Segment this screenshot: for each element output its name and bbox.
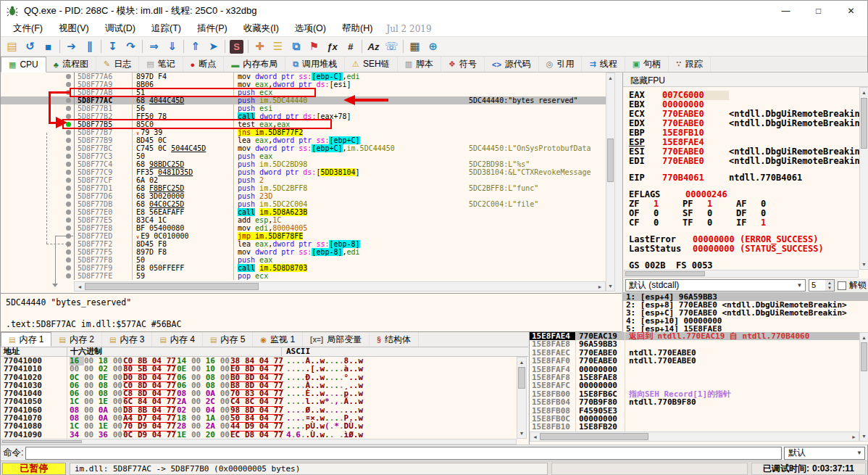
memory-vscrollbar[interactable]: ▲ ▼: [517, 357, 527, 439]
scroll-down-icon[interactable]: ▼: [606, 282, 614, 290]
menu-item-选项O[interactable]: 选项(O): [287, 21, 334, 36]
scroll-left-icon[interactable]: ◄: [75, 282, 84, 291]
breakpoint-dot-icon[interactable]: [66, 82, 71, 87]
register-row-eip[interactable]: EIP770B4061ntdll.770B4061: [623, 173, 868, 183]
run-icon[interactable]: ➔: [62, 38, 80, 55]
open-file-icon[interactable]: ▤: [3, 38, 21, 55]
tab-内存 4[interactable]: ▤内存 4: [152, 332, 202, 347]
disasm-row[interactable]: 5D8F77DB68 04C0C25Dpush im.5DC2C0045DC2C…: [1, 200, 606, 208]
disasm-row[interactable]: 5D8F77E0E8 56EAFAFFcall im.5D8A623B: [1, 208, 606, 216]
tab-内存 3[interactable]: ▤内存 3: [102, 332, 152, 347]
breakpoint-enabled-icon[interactable]: [66, 122, 71, 127]
disasm-row[interactable]: 5D8F77C350push eax: [1, 152, 606, 160]
disasm-row[interactable]: 5D8F77E583C4 1Cadd esp,1C: [1, 216, 606, 224]
minimize-button[interactable]: —: [769, 1, 802, 21]
breakpoint-dot-icon[interactable]: [66, 154, 71, 159]
disasm-row[interactable]: 5D8F77C468 98BDC25Dpush im.5DC2BD985DC2B…: [1, 160, 606, 168]
scroll-thumb[interactable]: [861, 342, 867, 371]
bookmarks-icon[interactable]: ⚑: [305, 38, 323, 55]
breakpoint-dot-icon[interactable]: [66, 98, 71, 103]
breakpoint-dot-icon[interactable]: [66, 106, 71, 111]
scroll-thumb[interactable]: [2, 440, 82, 443]
menu-item-帮助H[interactable]: 帮助(H): [334, 21, 380, 36]
register-row[interactable]: EBP15E8FB10: [623, 128, 868, 138]
menu-item-视图V[interactable]: 视图(V): [51, 21, 97, 36]
register-row[interactable]: EDI770EABE0<ntdll.DbgUiRemoteBreakin>: [623, 157, 868, 166]
unlock-checkbox[interactable]: [838, 281, 846, 290]
menu-item-收藏夹I[interactable]: 收藏夹(I): [235, 21, 287, 36]
globe-icon[interactable]: ⊕: [424, 38, 442, 55]
disasm-row[interactable]: 5D8F77B2FF50 78call dword ptr ds:[eax+78…: [1, 112, 606, 120]
disasm-hscrollbar[interactable]: ◄ ►: [74, 281, 606, 292]
scroll-up-icon[interactable]: ▲: [517, 358, 526, 366]
highlight-mode-icon[interactable]: Az: [364, 38, 383, 55]
tab-线程[interactable]: ⇉线程: [582, 57, 625, 72]
calculator-icon[interactable]: ▦: [406, 38, 424, 55]
menu-item-插件P[interactable]: 插件(P): [189, 21, 235, 36]
register-row[interactable]: EAX007C6000: [623, 91, 868, 100]
tab-SEH链[interactable]: ⚠SEH链: [345, 57, 398, 72]
tab-句柄[interactable]: ▣句柄: [625, 57, 669, 72]
scroll-down-icon[interactable]: ▼: [860, 260, 868, 268]
disasm-row[interactable]: 5D8F77F5897D F8mov dword ptr ss:[ebp-8],…: [1, 248, 606, 256]
breakpoint-dot-icon[interactable]: [66, 241, 71, 247]
tab-跟踪[interactable]: ∵跟踪: [669, 57, 711, 72]
tab-源代码[interactable]: <>源代码: [485, 57, 539, 72]
scroll-right-icon[interactable]: ►: [596, 282, 604, 291]
scroll-up-icon[interactable]: ▲: [860, 88, 868, 96]
stack-row[interactable]: 15E8FB04770B9F80ntdll.770B9F80: [530, 398, 859, 406]
scroll-down-icon[interactable]: ▼: [860, 432, 868, 440]
command-mode-select[interactable]: 默认 ▼: [784, 447, 865, 460]
breakpoint-dot-icon[interactable]: [66, 186, 71, 191]
breakpoint-dot-icon[interactable]: [66, 146, 71, 151]
pause-icon[interactable]: ∥: [80, 38, 99, 55]
disasm-row[interactable]: 5D8F77ED∨E9 0C010000jmp im.5D8F78FE: [1, 232, 606, 240]
stack-vscrollbar[interactable]: ▲ ▼: [859, 332, 868, 442]
disasm-row[interactable]: 5D8F77BCC745 0C 5044C45Dmov dword ptr ss…: [1, 144, 606, 152]
scylla-icon[interactable]: S: [230, 40, 243, 54]
calling-convention-select[interactable]: 默认 (stdcall) ▼: [625, 279, 806, 292]
disasm-row[interactable]: 5D8F77AC68 4044C45Dpush im.5DC444405DC44…: [1, 96, 606, 104]
stop-icon[interactable]: ■: [39, 38, 57, 55]
stack-row[interactable]: 15E8FAF0770EABE0ntdll.770EABE0: [530, 357, 859, 365]
labels-icon[interactable]: ⧉: [287, 38, 305, 55]
breakpoint-dot-icon[interactable]: [66, 265, 71, 270]
breakpoint-dot-icon[interactable]: [66, 138, 71, 143]
stack-hscrollbar[interactable]: ◄ ►: [530, 431, 859, 442]
step-over-icon[interactable]: ↷: [122, 38, 140, 55]
tab-断点[interactable]: ●断点: [183, 57, 225, 72]
scroll-thumb[interactable]: [861, 98, 867, 149]
patch-icon[interactable]: ✚: [251, 38, 269, 55]
disasm-row[interactable]: 5D8F77D668 3D020000push 23D: [1, 192, 606, 200]
disasm-row[interactable]: 5D8F77FE59pop ecx: [1, 272, 606, 280]
breakpoint-dot-icon[interactable]: [66, 90, 71, 95]
scroll-thumb[interactable]: [518, 367, 525, 389]
call-argument-row[interactable]: 4: [esp+10] 00000000: [623, 317, 868, 325]
disasm-row[interactable]: 5D8F77B98D45 0Clea eax,dword ptr ss:[ebp…: [1, 136, 606, 144]
scroll-left-icon[interactable]: ◄: [531, 433, 539, 441]
breakpoint-dot-icon[interactable]: [66, 273, 71, 278]
disasm-row[interactable]: 5D8F77B7∨79 39jns im.5D8F77F2: [1, 128, 606, 136]
memory-hscrollbar[interactable]: [1, 439, 517, 445]
disasm-row[interactable]: 5D8F77AB51push ecx: [1, 88, 606, 96]
execute-till-return-icon[interactable]: ⇒: [145, 38, 163, 55]
breakpoint-dot-icon[interactable]: [66, 210, 71, 215]
menu-item-调试D[interactable]: 调试(D): [97, 21, 143, 36]
hash-icon[interactable]: #: [341, 38, 359, 55]
argument-depth-stepper[interactable]: 5 ▲ ▼: [809, 279, 835, 292]
function-analysis-icon[interactable]: ƒx: [323, 38, 341, 55]
disasm-row[interactable]: 5D8F77F850push eax: [1, 256, 606, 264]
tab-符号[interactable]: ❖符号: [441, 57, 485, 72]
breakpoint-dot-icon[interactable]: [66, 178, 71, 183]
step-into-icon[interactable]: ↧: [104, 38, 122, 55]
breakpoint-dot-icon[interactable]: [66, 194, 71, 199]
disasm-row[interactable]: 5D8F77F28D45 F8lea eax,dword ptr ss:[ebp…: [1, 240, 606, 248]
breakpoint-dot-icon[interactable]: [66, 114, 71, 119]
tab-引用[interactable]: ◎引用: [539, 57, 583, 72]
disasm-row[interactable]: 5D8F77CF6A 02push 2: [1, 176, 606, 184]
tab-笔记[interactable]: ▤笔记: [139, 57, 183, 72]
breakpoint-dot-icon[interactable]: [66, 130, 71, 135]
tab-调用堆栈[interactable]: ⧉调用堆栈: [285, 57, 345, 72]
scroll-thumb[interactable]: [85, 283, 259, 290]
scroll-right-icon[interactable]: ►: [850, 433, 858, 441]
